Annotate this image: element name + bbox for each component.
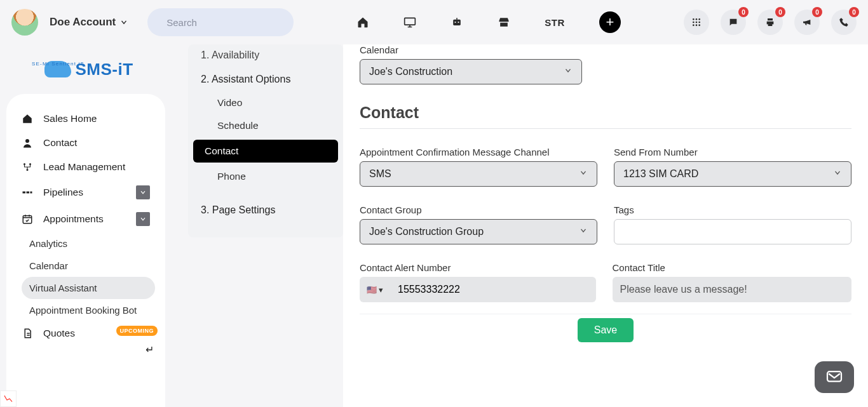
step-availability[interactable]: 1. Availability [188,48,343,67]
step-assistant-options[interactable]: 2. Assistant Options [188,67,343,91]
nav-appointments[interactable]: Appointments [6,206,165,232]
user-icon [22,137,38,149]
svg-point-15 [24,163,25,165]
nav-analytics[interactable]: Analytics [29,232,165,255]
step-page-settings[interactable]: 3. Page Settings [188,198,343,222]
svg-rect-2 [454,20,461,25]
monitor-icon[interactable] [403,16,416,29]
nav-lead-management[interactable]: Lead Management [6,155,165,179]
nav-virtual-assistant[interactable]: Virtual Assistant [22,277,155,299]
alert-number-input[interactable] [390,277,596,302]
step-schedule[interactable]: Schedule [188,114,343,137]
svg-rect-18 [23,192,26,194]
save-button[interactable]: Save [578,318,634,342]
chat-icon[interactable]: 0 [721,10,746,35]
calendar-label: Calendar [360,44,851,55]
avatar[interactable] [11,9,38,36]
add-button[interactable]: + [599,11,621,33]
svg-point-17 [27,169,29,171]
svg-point-6 [696,18,698,20]
store-icon[interactable] [498,16,510,29]
step-phone[interactable]: Phone [188,165,343,188]
svg-point-4 [458,22,459,23]
chevron-down-icon [119,18,128,27]
pipeline-icon [22,187,38,198]
channel-select[interactable]: SMS [360,161,597,187]
svg-rect-1 [405,18,416,25]
nav-label: Lead Management [43,161,125,173]
nav-calendar[interactable]: Calendar [29,255,165,277]
svg-point-7 [698,18,700,20]
home-icon[interactable] [356,16,369,29]
enter-icon: ↵ [146,344,154,356]
nav-label: Sales Home [43,113,97,124]
mail-icon [825,370,843,384]
nav-quotes[interactable]: Quotes UPCOMING ↵ [6,321,165,345]
svg-point-13 [698,24,700,26]
calendar-select[interactable]: Joe's Construction [360,59,582,84]
chevron-down-icon [833,168,842,180]
megaphone-icon[interactable]: 0 [794,10,820,35]
alert-number-field[interactable]: 🇺🇸 ▾ [360,277,596,302]
svg-point-14 [25,139,29,143]
step-contact[interactable]: Contact [193,140,338,163]
section-title: Contact [360,103,851,122]
alert-number-label: Contact Alert Number [360,262,596,273]
svg-rect-22 [827,371,841,381]
chevron-down-icon [579,168,588,180]
contact-group-select[interactable]: Joe's Construction Group [360,219,597,244]
channel-value: SMS [369,168,391,180]
tags-input[interactable] [614,219,851,244]
chevron-down-icon [136,185,150,199]
nav-label: Contact [43,137,77,149]
left-column: SMS-iT SE-Mi Sentient iT Sales Home Cont… [0,44,178,407]
chevron-down-icon [136,212,150,226]
nav-booking-bot[interactable]: Appointment Booking Bot [29,299,165,321]
svg-rect-19 [27,192,30,194]
print-badge: 0 [775,7,785,17]
tags-label: Tags [614,204,851,215]
from-number-value: 1213 SIM CARD [623,168,698,180]
from-number-label: Send From Number [614,147,851,157]
svg-point-16 [29,163,31,165]
logo-tagline: SE-Mi Sentient iT [32,61,85,67]
search-input[interactable] [165,17,288,29]
main-form-panel: Calendar Joe's Construction Contact Appo… [343,44,868,407]
nav-contact[interactable]: Contact [6,131,165,155]
laravel-icon[interactable] [0,390,17,407]
main-nav: Sales Home Contact Lead Management Pipel… [6,94,165,407]
nav-label: Appointments [43,213,104,225]
svg-point-3 [455,22,456,23]
phone-icon[interactable]: 0 [831,10,857,35]
from-number-select[interactable]: 1213 SIM CARD [614,161,851,187]
help-chat-button[interactable] [815,361,854,393]
calendar-icon [22,213,38,225]
calendar-value: Joe's Construction [369,66,452,77]
document-icon [22,328,38,339]
contact-title-input[interactable] [613,277,851,302]
step-video[interactable]: Video [188,91,343,114]
svg-point-5 [693,18,695,20]
contact-group-label: Contact Group [360,204,597,215]
svg-point-9 [696,22,698,23]
svg-point-11 [693,24,695,26]
nav-sales-home[interactable]: Sales Home [6,107,165,131]
print-icon[interactable]: 0 [757,10,783,35]
nav-pipelines[interactable]: Pipelines [6,179,165,206]
account-name: Doe Account [50,16,116,29]
home-icon [22,113,38,124]
svg-rect-20 [31,192,32,194]
announce-badge: 0 [812,7,822,17]
account-switcher[interactable]: Doe Account [50,16,128,29]
search-box[interactable] [147,8,294,36]
apps-grid-icon[interactable] [684,10,709,35]
chevron-down-icon [564,66,573,77]
flag-us-icon[interactable]: 🇺🇸 ▾ [360,277,390,302]
divider [360,128,851,129]
graph-icon [22,161,38,173]
str-link[interactable]: STR [545,17,565,28]
chat-badge: 0 [738,7,749,17]
robot-icon[interactable] [451,16,463,29]
svg-rect-21 [23,216,32,224]
channel-label: Appointment Confirmation Message Channel [360,147,597,157]
